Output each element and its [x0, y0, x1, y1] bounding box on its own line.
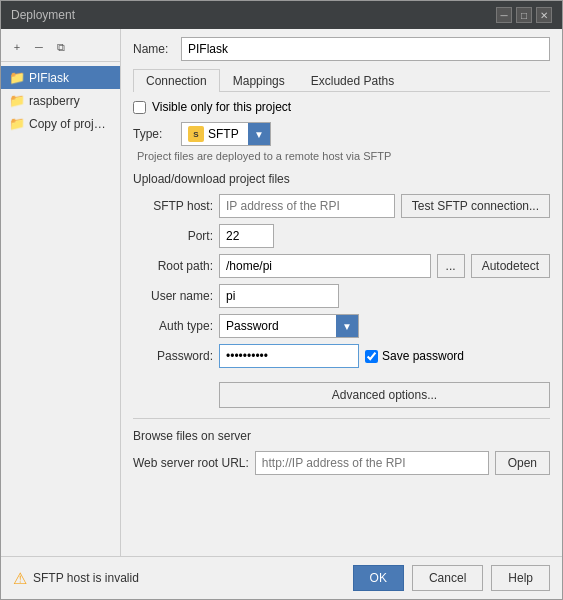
warning-row: ⚠ SFTP host is invalid	[13, 569, 345, 588]
minimize-button[interactable]: ─	[496, 7, 512, 23]
upload-section-label: Upload/download project files	[133, 172, 550, 186]
test-sftp-button[interactable]: Test SFTP connection...	[401, 194, 550, 218]
sidebar: + ─ ⧉ 📁 PIFlask 📁 raspberry 📁 Copy of pr…	[1, 29, 121, 556]
auth-type-row: Auth type: Password ▼	[133, 314, 550, 338]
dialog-body: + ─ ⧉ 📁 PIFlask 📁 raspberry 📁 Copy of pr…	[1, 29, 562, 556]
autodetect-button[interactable]: Autodetect	[471, 254, 550, 278]
help-button[interactable]: Help	[491, 565, 550, 591]
name-input[interactable]	[181, 37, 550, 61]
name-label: Name:	[133, 42, 173, 56]
cancel-button[interactable]: Cancel	[412, 565, 483, 591]
visible-only-row: Visible only for this project	[133, 100, 550, 114]
sftp-host-input[interactable]	[219, 194, 395, 218]
type-dropdown-button[interactable]: ▼	[248, 123, 270, 145]
user-name-label: User name:	[133, 289, 213, 303]
name-row: Name:	[133, 37, 550, 61]
sidebar-item-label-raspberry: raspberry	[29, 94, 80, 108]
tab-connection[interactable]: Connection	[133, 69, 220, 92]
deployment-dialog: Deployment ─ □ ✕ + ─ ⧉ 📁 PIFlask 📁 raspb…	[0, 0, 563, 600]
password-row: Password: Save password	[133, 344, 550, 368]
port-label: Port:	[133, 229, 213, 243]
ok-button[interactable]: OK	[353, 565, 404, 591]
sftp-host-row: SFTP host: Test SFTP connection...	[133, 194, 550, 218]
tab-excluded-paths[interactable]: Excluded Paths	[298, 69, 407, 92]
copy-deployment-button[interactable]: ⧉	[51, 37, 71, 57]
visible-only-label: Visible only for this project	[152, 100, 291, 114]
user-name-input[interactable]	[219, 284, 339, 308]
sidebar-item-label-piflask: PIFlask	[29, 71, 69, 85]
separator	[133, 418, 550, 419]
advanced-options-button[interactable]: Advanced options...	[219, 382, 550, 408]
folder-icon-raspberry: 📁	[9, 93, 25, 108]
type-description: Project files are deployed to a remote h…	[137, 150, 550, 162]
port-input[interactable]	[219, 224, 274, 248]
main-content: Name: Connection Mappings Excluded Paths…	[121, 29, 562, 556]
sidebar-item-piflask[interactable]: 📁 PIFlask	[1, 66, 120, 89]
sftp-icon: S	[188, 126, 204, 142]
user-name-row: User name:	[133, 284, 550, 308]
type-select[interactable]: S SFTP ▼	[181, 122, 271, 146]
sftp-host-label: SFTP host:	[133, 199, 213, 213]
password-label: Password:	[133, 349, 213, 363]
save-password-label: Save password	[382, 349, 464, 363]
close-button[interactable]: ✕	[536, 7, 552, 23]
bottom-bar: ⚠ SFTP host is invalid OK Cancel Help	[1, 556, 562, 599]
sidebar-item-copy[interactable]: 📁 Copy of project-level ser	[1, 112, 120, 135]
auth-type-select[interactable]: Password ▼	[219, 314, 359, 338]
title-bar-buttons: ─ □ ✕	[496, 7, 552, 23]
type-select-text: S SFTP	[182, 126, 248, 142]
dialog-title: Deployment	[11, 8, 75, 22]
tab-mappings[interactable]: Mappings	[220, 69, 298, 92]
tabs-row: Connection Mappings Excluded Paths	[133, 69, 550, 92]
web-server-row: Web server root URL: Open	[133, 451, 550, 475]
browse-server-label: Browse files on server	[133, 429, 550, 443]
spacer	[133, 475, 550, 548]
open-button[interactable]: Open	[495, 451, 550, 475]
auth-type-dropdown-icon[interactable]: ▼	[336, 315, 358, 337]
save-password-checkbox[interactable]	[365, 350, 378, 363]
root-path-label: Root path:	[133, 259, 213, 273]
folder-icon-copy: 📁	[9, 116, 25, 131]
web-server-url-input[interactable]	[255, 451, 489, 475]
warning-icon: ⚠	[13, 569, 27, 588]
remove-deployment-button[interactable]: ─	[29, 37, 49, 57]
auth-type-label: Auth type:	[133, 319, 213, 333]
auth-type-value: Password	[220, 319, 336, 333]
sidebar-item-label-copy: Copy of project-level ser	[29, 117, 109, 131]
add-deployment-button[interactable]: +	[7, 37, 27, 57]
maximize-button[interactable]: □	[516, 7, 532, 23]
title-bar: Deployment ─ □ ✕	[1, 1, 562, 29]
web-server-label: Web server root URL:	[133, 456, 249, 470]
visible-only-checkbox[interactable]	[133, 101, 146, 114]
root-path-row: Root path: ... Autodetect	[133, 254, 550, 278]
type-select-value: SFTP	[208, 127, 239, 141]
port-row: Port:	[133, 224, 550, 248]
browse-button[interactable]: ...	[437, 254, 465, 278]
folder-icon-piflask: 📁	[9, 70, 25, 85]
sidebar-item-raspberry[interactable]: 📁 raspberry	[1, 89, 120, 112]
warning-text: SFTP host is invalid	[33, 571, 139, 585]
type-label: Type:	[133, 127, 173, 141]
save-password-row: Save password	[365, 349, 464, 363]
password-input[interactable]	[219, 344, 359, 368]
sidebar-toolbar: + ─ ⧉	[1, 33, 120, 62]
root-path-input[interactable]	[219, 254, 431, 278]
type-row: Type: S SFTP ▼	[133, 122, 550, 146]
